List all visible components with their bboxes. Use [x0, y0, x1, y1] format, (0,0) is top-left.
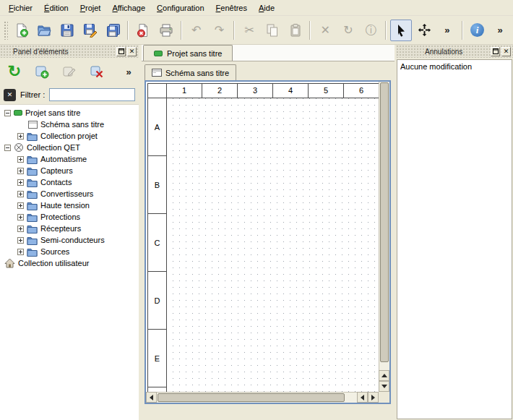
rotate-button[interactable]: ↻ — [337, 20, 359, 41]
expand-expander-icon[interactable] — [17, 191, 24, 197]
tree-item-label: Convertisseurs — [40, 188, 93, 200]
scroll-left-button-2[interactable] — [357, 392, 368, 403]
filter-input[interactable] — [49, 88, 135, 101]
new-element-button[interactable] — [32, 61, 52, 82]
tree-item-collection-qet[interactable]: Collection QET — [0, 142, 139, 153]
print-button[interactable] — [155, 20, 177, 41]
about-qet-button[interactable]: i — [467, 20, 488, 41]
tree-item-capteurs[interactable]: Capteurs — [0, 165, 139, 176]
redo-button[interactable]: ↷ — [209, 20, 230, 41]
float-panel-button[interactable] — [116, 47, 126, 56]
arrow-left-icon — [150, 395, 153, 400]
menu-fichier[interactable]: Fichier — [3, 1, 38, 14]
cut-button[interactable]: ✂ — [238, 20, 260, 41]
paste-button[interactable] — [285, 20, 306, 41]
tree-item-schema[interactable]: Schéma sans titre — [0, 119, 139, 130]
scroll-right-button[interactable] — [368, 392, 379, 403]
tree-item-convertisseurs[interactable]: Convertisseurs — [0, 188, 139, 200]
undo-panel-titlebar[interactable]: Annulations ✕ — [396, 45, 513, 58]
save-as-icon — [83, 23, 98, 38]
info-circle-icon: i — [470, 23, 484, 37]
delete-element-button[interactable] — [87, 61, 107, 82]
float-window-icon — [493, 48, 499, 54]
expand-expander-icon[interactable] — [17, 214, 24, 220]
menu-aide[interactable]: Aide — [253, 1, 280, 14]
pan-mode-button[interactable] — [413, 20, 435, 41]
schema-view[interactable]: 1 2 3 4 5 6 A B C D E — [145, 80, 391, 404]
row-label: A — [148, 98, 167, 156]
menu-affichage[interactable]: Affichage — [106, 1, 151, 14]
arrow-right-icon — [371, 395, 375, 400]
reload-collections-button[interactable]: ↻ — [4, 61, 25, 82]
close-panel-button[interactable]: ✕ — [501, 47, 511, 56]
open-project-button[interactable] — [34, 20, 56, 41]
edit-element-button[interactable] — [59, 61, 79, 82]
tree-item-sources[interactable]: Sources — [0, 246, 139, 257]
horizontal-scrollbar[interactable] — [146, 392, 379, 403]
schema-grid[interactable] — [167, 98, 379, 392]
cut-icon: ✂ — [244, 25, 254, 36]
schema-tab-label: Schéma sans titre — [165, 69, 229, 77]
undo-list[interactable]: Aucune modification — [397, 59, 512, 419]
scroll-left-button[interactable] — [146, 392, 157, 403]
sheet-border: 1 2 3 4 5 6 A B C D E — [147, 83, 379, 392]
expand-expander-icon[interactable] — [17, 168, 24, 174]
menu-projet[interactable]: Projet — [74, 1, 107, 14]
horizontal-scrollbar-thumb[interactable] — [158, 393, 345, 402]
expand-expander-icon[interactable] — [17, 179, 24, 186]
panel-toolbar-overflow-button[interactable]: » — [123, 61, 134, 82]
tree-item-contacts[interactable]: Contacts — [0, 176, 139, 188]
close-panel-button[interactable]: ✕ — [127, 47, 137, 56]
tree-item-haute-tension[interactable]: Haute tension — [0, 200, 139, 211]
save-icon — [60, 23, 74, 38]
tree-item-label: Capteurs — [40, 165, 73, 176]
tree-item-collection-utilisateur[interactable]: Collection utilisateur — [0, 257, 139, 269]
expand-expander-icon[interactable] — [17, 226, 24, 232]
expand-expander-icon[interactable] — [17, 249, 24, 255]
undo-empty-message: Aucune modification — [400, 62, 472, 71]
selection-mode-button[interactable] — [390, 20, 412, 41]
save-as-button[interactable] — [79, 20, 101, 41]
elements-panel-titlebar[interactable]: Panel d'éléments ✕ — [0, 45, 139, 58]
collapse-expander-icon[interactable] — [4, 110, 11, 116]
tree-item-collection-projet[interactable]: Collection projet — [0, 130, 139, 142]
tree-item-protections[interactable]: Protections — [0, 211, 139, 223]
tree-item-semi-conducteurs[interactable]: Semi-conducteurs — [0, 234, 139, 246]
save-button[interactable] — [56, 20, 78, 41]
tab-schema[interactable]: Schéma sans titre — [145, 64, 236, 80]
tab-project[interactable]: Projet sans titre — [143, 45, 233, 61]
schema-sheet[interactable]: 1 2 3 4 5 6 A B C D E — [146, 82, 379, 392]
menu-edition[interactable]: Édition — [38, 1, 74, 14]
toolbar-drag-handle[interactable] — [4, 21, 8, 40]
expand-expander-icon[interactable] — [17, 156, 24, 163]
project-icon — [154, 51, 163, 56]
element-info-button[interactable]: ⓘ — [361, 20, 382, 41]
tree-item-project[interactable]: Projet sans titre — [0, 107, 139, 119]
vertical-scrollbar-thumb[interactable] — [380, 82, 389, 362]
delete-button[interactable]: ✕ — [314, 20, 336, 41]
expand-expander-icon[interactable] — [17, 202, 24, 209]
save-all-button[interactable] — [103, 20, 124, 41]
vertical-scrollbar[interactable] — [379, 82, 389, 392]
close-file-button[interactable] — [132, 20, 154, 41]
clear-filter-button[interactable]: ✕ — [4, 89, 16, 101]
help-toolbar-overflow-button[interactable]: » — [489, 20, 511, 41]
tree-item-automatisme[interactable]: Automatisme — [0, 153, 139, 165]
menu-fenetres[interactable]: Fenêtres — [210, 1, 253, 14]
tree-item-label: Sources — [40, 246, 69, 257]
tree-item-label: Protections — [40, 211, 80, 223]
expand-expander-icon[interactable] — [17, 237, 24, 244]
toolbar-overflow-button[interactable]: » — [436, 20, 458, 41]
scroll-up-button[interactable] — [379, 370, 389, 381]
expand-expander-icon[interactable] — [17, 133, 24, 140]
scroll-down-button[interactable] — [379, 381, 389, 392]
column-ruler: 1 2 3 4 5 6 — [167, 84, 379, 98]
collapse-expander-icon[interactable] — [4, 145, 11, 151]
undo-button[interactable]: ↶ — [186, 20, 207, 41]
menu-configuration[interactable]: Configuration — [151, 1, 210, 14]
copy-button[interactable] — [262, 20, 283, 41]
printer-icon — [159, 23, 173, 38]
new-project-button[interactable] — [11, 20, 33, 41]
tree-item-recepteurs[interactable]: Récepteurs — [0, 223, 139, 234]
float-panel-button[interactable] — [491, 47, 500, 56]
